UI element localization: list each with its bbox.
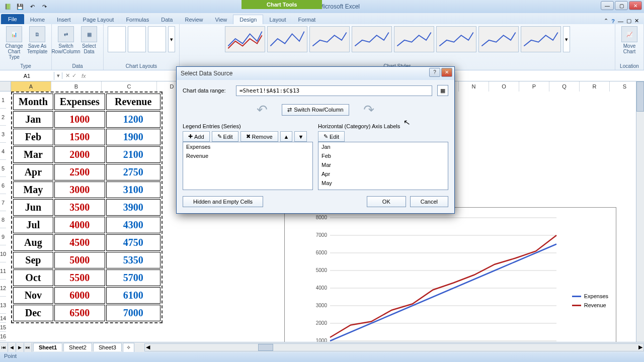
sheet-tab-2[interactable]: Sheet2: [63, 343, 92, 351]
chart-layout-thumb[interactable]: [108, 26, 126, 52]
row-header[interactable]: 5: [0, 160, 6, 177]
row-header[interactable]: 6: [0, 177, 6, 194]
table-row[interactable]: Jan10001200: [13, 111, 160, 128]
row-header[interactable]: 16: [0, 332, 6, 341]
chart-style-thumb[interactable]: [309, 26, 350, 52]
row-header[interactable]: 3: [0, 126, 6, 143]
tab-file[interactable]: File: [1, 14, 24, 24]
edit-axis-labels-button[interactable]: ✎Edit: [318, 131, 345, 142]
redo-icon[interactable]: ↷: [39, 2, 49, 12]
tab-home[interactable]: Home: [24, 15, 51, 24]
col-header[interactable]: S: [610, 81, 640, 92]
tab-layout[interactable]: Layout: [263, 15, 292, 24]
row-header[interactable]: 11: [0, 262, 6, 280]
category-item[interactable]: Apr: [318, 169, 448, 178]
chart-style-thumb[interactable]: [267, 26, 307, 52]
row-header[interactable]: 4: [0, 143, 6, 160]
table-row[interactable]: Nov60006100: [13, 287, 160, 304]
vscroll-thumb[interactable]: [636, 81, 644, 112]
table-row[interactable]: Aug45004750: [13, 234, 160, 251]
vertical-scrollbar[interactable]: [636, 81, 644, 342]
dialog-titlebar[interactable]: Select Data Source ? ✕: [177, 67, 454, 80]
series-item[interactable]: Expenses: [183, 142, 312, 151]
row-header[interactable]: 1: [0, 92, 6, 109]
category-item[interactable]: May: [318, 178, 448, 188]
col-header[interactable]: N: [459, 81, 489, 92]
chart-layouts-more[interactable]: ▾: [168, 26, 175, 52]
table-row[interactable]: Mar20002100: [13, 146, 160, 163]
row-header[interactable]: 13: [0, 297, 6, 314]
tab-review[interactable]: Review: [179, 15, 209, 24]
table-row[interactable]: Dec65007000: [13, 305, 160, 321]
save-icon[interactable]: 💾: [15, 2, 25, 12]
tab-data[interactable]: Data: [155, 15, 179, 24]
workbook-close-icon[interactable]: ✕: [634, 18, 639, 24]
col-header[interactable]: B: [51, 81, 102, 92]
row-header[interactable]: 9: [0, 228, 6, 245]
dialog-help-button[interactable]: ?: [429, 68, 440, 77]
table-row[interactable]: Feb15001900: [13, 129, 160, 145]
name-box[interactable]: A1: [0, 72, 54, 80]
tab-formulas[interactable]: Formulas: [120, 15, 155, 24]
remove-series-button[interactable]: ✖Remove: [240, 131, 278, 142]
chart-layout-thumb[interactable]: [128, 26, 146, 52]
table-row[interactable]: Oct55005700: [13, 269, 160, 286]
col-header[interactable]: A: [11, 81, 51, 92]
chart-layout-thumb[interactable]: [148, 26, 166, 52]
undo-icon[interactable]: ↶: [27, 2, 37, 12]
collapse-dialog-button[interactable]: ▦: [437, 85, 448, 96]
close-button[interactable]: ✕: [629, 1, 642, 10]
row-header[interactable]: 12: [0, 280, 6, 297]
help-icon[interactable]: ?: [611, 18, 615, 24]
tab-view[interactable]: View: [209, 15, 233, 24]
new-sheet-button[interactable]: ✧: [123, 343, 134, 352]
table-header[interactable]: Revenue: [106, 94, 160, 110]
sheet-tab-1[interactable]: Sheet1: [33, 343, 62, 351]
change-chart-type-button[interactable]: 📊Change Chart Type: [4, 26, 24, 60]
embedded-chart[interactable]: 010002000300040005000600070008000JanFebM…: [284, 207, 616, 362]
add-series-button[interactable]: ✚Add: [183, 131, 210, 142]
hscroll-thumb[interactable]: [258, 344, 273, 351]
ok-button[interactable]: OK: [367, 196, 406, 207]
row-header[interactable]: 15: [0, 323, 6, 332]
data-selection[interactable]: MonthExpensesRevenueJan10001200Feb150019…: [11, 92, 163, 323]
row-header[interactable]: 2: [0, 109, 6, 126]
move-series-down-button[interactable]: ▼: [294, 131, 307, 142]
horizontal-scrollbar[interactable]: ◀ ▶: [144, 343, 644, 351]
select-all-corner[interactable]: [0, 81, 11, 92]
series-listbox[interactable]: ExpensesRevenue: [183, 142, 313, 190]
switch-row-column-dialog-button[interactable]: ⇄Switch Row/Column: [282, 104, 349, 116]
row-header[interactable]: 14: [0, 314, 6, 323]
col-header[interactable]: O: [489, 81, 519, 92]
row-header[interactable]: 8: [0, 211, 6, 228]
edit-series-button[interactable]: ✎Edit: [212, 131, 238, 142]
series-item[interactable]: Revenue: [183, 151, 312, 160]
table-row[interactable]: May30003100: [13, 182, 160, 198]
hidden-empty-cells-button[interactable]: Hidden and Empty Cells: [183, 196, 263, 207]
table-header[interactable]: Month: [13, 94, 53, 110]
workbook-restore-icon[interactable]: ▢: [626, 18, 631, 24]
sheet-tab-3[interactable]: Sheet3: [93, 343, 122, 351]
chart-style-thumb[interactable]: [521, 26, 561, 52]
category-listbox[interactable]: JanFebMarAprMay: [318, 142, 448, 190]
switch-row-column-button[interactable]: ⇄Switch Row/Column: [56, 26, 76, 54]
table-row[interactable]: Jun35003900: [13, 199, 160, 216]
chart-style-thumb[interactable]: [436, 26, 476, 52]
minimize-button[interactable]: —: [601, 1, 614, 10]
table-header[interactable]: Expenses: [54, 94, 105, 110]
col-header[interactable]: Q: [549, 81, 580, 92]
cancel-button[interactable]: Cancel: [410, 196, 448, 207]
select-data-button[interactable]: ▦Select Data: [79, 26, 99, 54]
chart-style-thumb[interactable]: [394, 26, 434, 52]
category-item[interactable]: Jan: [318, 142, 448, 151]
col-header[interactable]: R: [580, 81, 610, 92]
last-sheet-button[interactable]: ⏭: [24, 343, 32, 352]
prev-sheet-button[interactable]: ◀: [8, 343, 16, 352]
category-item[interactable]: Mar: [318, 160, 448, 169]
first-sheet-button[interactable]: ⏮: [0, 343, 8, 352]
chart-style-thumb[interactable]: [352, 26, 392, 52]
maximize-button[interactable]: ▢: [615, 1, 628, 10]
category-item[interactable]: Feb: [318, 151, 448, 160]
tab-page-layout[interactable]: Page Layout: [77, 15, 120, 24]
minimize-ribbon-icon[interactable]: ⌃: [604, 18, 608, 24]
